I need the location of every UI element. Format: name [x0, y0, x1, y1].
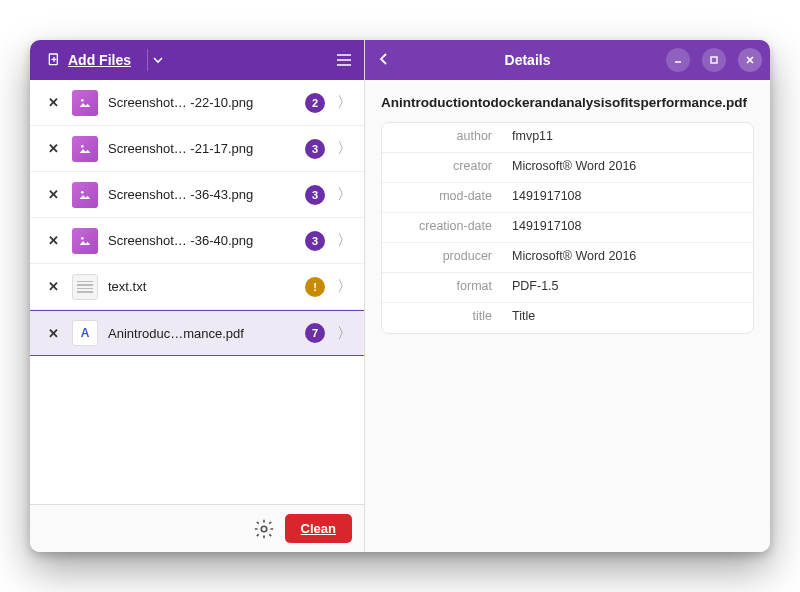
right-header: Details: [365, 40, 770, 80]
add-files-button[interactable]: Add Files: [38, 48, 139, 72]
file-row[interactable]: ✕AAnintroduc…mance.pdf7〉: [30, 310, 364, 356]
property-row: authorfmvp11: [382, 123, 753, 153]
property-value: Title: [502, 303, 753, 333]
details-filename: Anintroductiontodockerandanalysisofitspe…: [381, 94, 754, 112]
file-name: text.txt: [108, 279, 295, 294]
property-key: creator: [382, 153, 502, 182]
settings-button[interactable]: [253, 518, 275, 540]
left-panel: Add Files ✕Screenshot… -22-10.png2〉✕Scre…: [30, 40, 365, 552]
warning-badge: !: [305, 277, 325, 297]
file-details-button[interactable]: 〉: [335, 139, 354, 158]
file-details-button[interactable]: 〉: [335, 93, 354, 112]
svg-point-2: [81, 145, 84, 148]
svg-point-4: [81, 237, 84, 240]
property-key: format: [382, 273, 502, 302]
property-value: fmvp11: [502, 123, 753, 152]
property-value: Microsoft® Word 2016: [502, 243, 753, 272]
left-footer: Clean: [30, 504, 364, 552]
count-badge: 3: [305, 185, 325, 205]
property-value: 1491917108: [502, 213, 753, 242]
remove-file-button[interactable]: ✕: [44, 279, 62, 294]
count-badge: 3: [305, 139, 325, 159]
property-key: creation-date: [382, 213, 502, 242]
property-key: producer: [382, 243, 502, 272]
right-panel: Details Anintroductiontodockerandanalysi…: [365, 40, 770, 552]
left-header: Add Files: [30, 40, 364, 80]
file-name: Screenshot… -36-43.png: [108, 187, 295, 202]
file-details-button[interactable]: 〉: [335, 324, 354, 343]
minimize-icon: [673, 55, 683, 65]
svg-rect-6: [711, 57, 717, 63]
svg-point-1: [81, 99, 84, 102]
file-row[interactable]: ✕text.txt!〉: [30, 264, 364, 310]
details-title: Details: [401, 52, 654, 68]
svg-point-5: [261, 526, 267, 532]
clean-button[interactable]: Clean: [285, 514, 352, 543]
back-button[interactable]: [373, 50, 395, 71]
add-files-label: Add Files: [68, 52, 131, 68]
hamburger-icon: [336, 53, 352, 67]
file-name: Screenshot… -22-10.png: [108, 95, 295, 110]
maximize-icon: [709, 55, 719, 65]
close-icon: [745, 55, 755, 65]
pdf-file-icon: A: [72, 320, 98, 346]
file-name: Screenshot… -21-17.png: [108, 141, 295, 156]
file-row[interactable]: ✕Screenshot… -36-43.png3〉: [30, 172, 364, 218]
remove-file-button[interactable]: ✕: [44, 187, 62, 202]
file-details-button[interactable]: 〉: [335, 277, 354, 296]
file-details-button[interactable]: 〉: [335, 185, 354, 204]
add-file-icon: [46, 52, 62, 68]
count-badge: 3: [305, 231, 325, 251]
remove-file-button[interactable]: ✕: [44, 233, 62, 248]
image-file-icon: [72, 136, 98, 162]
property-key: mod-date: [382, 183, 502, 212]
property-key: author: [382, 123, 502, 152]
add-files-dropdown[interactable]: [147, 49, 168, 71]
count-badge: 2: [305, 93, 325, 113]
image-file-icon: [72, 228, 98, 254]
image-file-icon: [72, 182, 98, 208]
menu-button[interactable]: [332, 48, 356, 72]
count-badge: 7: [305, 323, 325, 343]
remove-file-button[interactable]: ✕: [44, 95, 62, 110]
text-file-icon: [72, 274, 98, 300]
gear-icon: [253, 518, 275, 540]
close-button[interactable]: [738, 48, 762, 72]
property-row: formatPDF-1.5: [382, 273, 753, 303]
file-row[interactable]: ✕Screenshot… -21-17.png3〉: [30, 126, 364, 172]
chevron-left-icon: [379, 52, 389, 66]
chevron-down-icon: [153, 55, 163, 65]
property-row: producerMicrosoft® Word 2016: [382, 243, 753, 273]
remove-file-button[interactable]: ✕: [44, 326, 62, 341]
image-file-icon: [72, 90, 98, 116]
property-row: creation-date1491917108: [382, 213, 753, 243]
property-key: title: [382, 303, 502, 333]
file-name: Screenshot… -36-40.png: [108, 233, 295, 248]
file-details-button[interactable]: 〉: [335, 231, 354, 250]
remove-file-button[interactable]: ✕: [44, 141, 62, 156]
property-row: titleTitle: [382, 303, 753, 333]
minimize-button[interactable]: [666, 48, 690, 72]
property-value: 1491917108: [502, 183, 753, 212]
file-row[interactable]: ✕Screenshot… -22-10.png2〉: [30, 80, 364, 126]
app-window: Add Files ✕Screenshot… -22-10.png2〉✕Scre…: [30, 40, 770, 552]
properties-card: authorfmvp11creatorMicrosoft® Word 2016m…: [381, 122, 754, 334]
maximize-button[interactable]: [702, 48, 726, 72]
details-pane: Anintroductiontodockerandanalysisofitspe…: [365, 80, 770, 348]
property-row: mod-date1491917108: [382, 183, 753, 213]
file-list: ✕Screenshot… -22-10.png2〉✕Screenshot… -2…: [30, 80, 364, 504]
file-name: Anintroduc…mance.pdf: [108, 326, 295, 341]
property-value: Microsoft® Word 2016: [502, 153, 753, 182]
file-row[interactable]: ✕Screenshot… -36-40.png3〉: [30, 218, 364, 264]
svg-point-3: [81, 191, 84, 194]
property-value: PDF-1.5: [502, 273, 753, 302]
property-row: creatorMicrosoft® Word 2016: [382, 153, 753, 183]
